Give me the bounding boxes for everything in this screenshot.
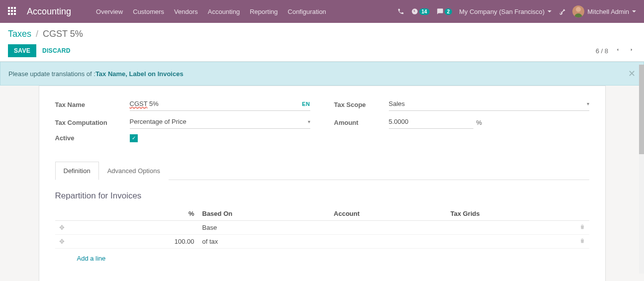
form-sheet: Tax Name EN CGST 5% Tax Computation ▾ Ac… bbox=[39, 86, 606, 281]
messages-icon[interactable]: 2 bbox=[437, 8, 453, 15]
nav-item-accounting[interactable]: Accounting bbox=[203, 8, 245, 15]
translation-alert: Please update translations of : Tax Name… bbox=[0, 62, 644, 86]
breadcrumb: Taxes / CGST 5% bbox=[8, 29, 636, 39]
tab-advanced-options[interactable]: Advanced Options bbox=[99, 162, 169, 180]
amount-suffix: % bbox=[473, 119, 485, 126]
app-brand[interactable]: Accounting bbox=[27, 6, 71, 17]
alert-link[interactable]: Tax Name, Label on Invoices bbox=[95, 70, 184, 78]
nav-item-vendors[interactable]: Vendors bbox=[169, 8, 203, 15]
nav-menu: Overview Customers Vendors Accounting Re… bbox=[91, 8, 331, 15]
caret-down-icon[interactable]: ▾ bbox=[587, 101, 589, 106]
nav-item-customers[interactable]: Customers bbox=[128, 8, 169, 15]
tabs: Definition Advanced Options bbox=[55, 161, 589, 180]
table-row[interactable]: ✥ 100.00 of tax bbox=[55, 234, 589, 248]
cell-tax-grids[interactable] bbox=[447, 234, 575, 248]
col-account: Account bbox=[330, 207, 447, 221]
vertical-scrollbar[interactable] bbox=[639, 65, 644, 274]
discard-button[interactable]: DISCARD bbox=[36, 44, 77, 57]
pager-next-icon[interactable] bbox=[627, 46, 636, 55]
lang-tag[interactable]: EN bbox=[302, 101, 310, 107]
tab-definition[interactable]: Definition bbox=[55, 162, 99, 180]
section-title-repartition: Repartition for Invoices bbox=[55, 191, 589, 201]
control-bar: Taxes / CGST 5% SAVE DISCARD 6 / 8 bbox=[0, 23, 644, 62]
caret-down-icon bbox=[548, 10, 552, 12]
cell-based-on[interactable]: of tax bbox=[198, 234, 330, 248]
company-name: My Company (San Francisco) bbox=[459, 8, 545, 15]
cell-based-on[interactable]: Base bbox=[198, 220, 330, 234]
company-switcher[interactable]: My Company (San Francisco) bbox=[459, 8, 552, 15]
label-tax-scope: Tax Scope bbox=[334, 101, 389, 108]
alert-prefix: Please update translations of : bbox=[8, 70, 95, 78]
caret-down-icon bbox=[632, 10, 636, 12]
nav-right: 14 2 My Company (San Francisco) Mitchell… bbox=[397, 5, 636, 17]
cell-account[interactable] bbox=[330, 234, 447, 248]
pager: 6 / 8 bbox=[596, 46, 636, 55]
trash-icon[interactable] bbox=[575, 220, 589, 234]
amount-input[interactable] bbox=[389, 116, 473, 127]
drag-handle-icon[interactable]: ✥ bbox=[55, 220, 69, 234]
phone-icon[interactable] bbox=[397, 8, 404, 15]
drag-handle-icon[interactable]: ✥ bbox=[55, 234, 69, 248]
label-tax-name: Tax Name bbox=[55, 101, 130, 108]
tax-name-input[interactable] bbox=[130, 98, 302, 109]
cell-percent[interactable] bbox=[69, 220, 198, 234]
top-navbar: Accounting Overview Customers Vendors Ac… bbox=[0, 0, 644, 23]
table-row[interactable]: ✥ Base bbox=[55, 220, 589, 234]
col-based-on: Based On bbox=[198, 207, 330, 221]
caret-down-icon[interactable]: ▾ bbox=[308, 119, 310, 124]
user-menu[interactable]: Mitchell Admin bbox=[572, 5, 636, 17]
repartition-table: % Based On Account Tax Grids ✥ Base bbox=[55, 207, 589, 268]
cell-account[interactable] bbox=[330, 220, 447, 234]
apps-icon[interactable] bbox=[8, 7, 17, 16]
messages-badge: 2 bbox=[445, 8, 453, 15]
activity-icon[interactable]: 14 bbox=[411, 8, 430, 15]
col-tax-grids: Tax Grids bbox=[447, 207, 575, 221]
pager-text[interactable]: 6 / 8 bbox=[596, 47, 608, 55]
pager-prev-icon[interactable] bbox=[613, 46, 622, 55]
trash-icon[interactable] bbox=[575, 234, 589, 248]
add-line-link[interactable]: Add a line bbox=[59, 252, 585, 265]
nav-item-reporting[interactable]: Reporting bbox=[245, 8, 282, 15]
nav-item-configuration[interactable]: Configuration bbox=[283, 8, 331, 15]
avatar bbox=[572, 5, 584, 17]
activity-badge: 14 bbox=[419, 8, 430, 15]
user-name: Mitchell Admin bbox=[587, 8, 629, 15]
label-amount: Amount bbox=[334, 119, 389, 126]
tax-scope-select[interactable] bbox=[389, 98, 587, 109]
breadcrumb-root[interactable]: Taxes bbox=[8, 29, 31, 39]
cell-percent[interactable]: 100.00 bbox=[69, 234, 198, 248]
label-tax-computation: Tax Computation bbox=[55, 119, 130, 126]
nav-item-overview[interactable]: Overview bbox=[91, 8, 128, 15]
breadcrumb-sep: / bbox=[34, 29, 40, 39]
cell-tax-grids[interactable] bbox=[447, 220, 575, 234]
scrollbar-thumb[interactable] bbox=[639, 65, 644, 154]
save-button[interactable]: SAVE bbox=[8, 44, 36, 57]
breadcrumb-current: CGST 5% bbox=[43, 29, 83, 39]
tax-computation-select[interactable] bbox=[130, 116, 308, 127]
label-active: Active bbox=[55, 134, 130, 142]
active-checkbox[interactable]: ✓ bbox=[130, 134, 138, 142]
col-percent: % bbox=[69, 207, 198, 221]
debug-icon[interactable] bbox=[558, 8, 565, 15]
alert-close-icon[interactable]: ✕ bbox=[628, 68, 636, 79]
